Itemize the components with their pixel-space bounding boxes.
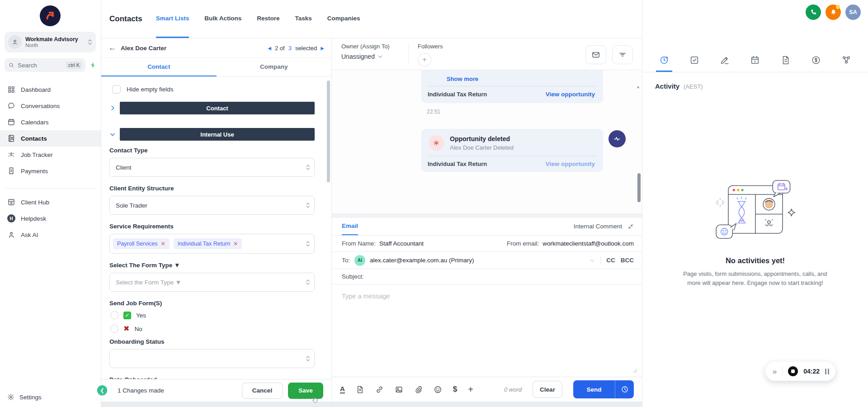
tab-tasks-panel[interactable]	[686, 50, 703, 72]
bcc-button[interactable]: BCC	[621, 257, 634, 264]
email-composer: Email Internal Comment From Name: Staff …	[332, 218, 642, 402]
tab-email[interactable]: Email	[342, 218, 358, 235]
section-header-contact[interactable]: Contact	[120, 102, 315, 114]
tab-company[interactable]: Company	[217, 58, 332, 76]
chip-payroll-services: Payroll Services ✕	[113, 238, 170, 249]
schedule-send-button[interactable]	[615, 380, 634, 398]
image-button[interactable]	[395, 385, 403, 394]
form-type-select[interactable]: Select the Form Type ▼	[109, 273, 315, 292]
remove-chip-icon[interactable]: ✕	[161, 241, 165, 247]
onboarding-status-select[interactable]	[109, 349, 315, 368]
notifications-button[interactable]	[826, 5, 841, 20]
sidebar-item-payments[interactable]: Payments	[0, 163, 101, 179]
activity-panel: SA	[642, 0, 868, 407]
sidebar-item-job-tracker[interactable]: Job Tracker	[0, 147, 101, 163]
email-mode-button[interactable]	[585, 45, 606, 64]
hide-empty-checkbox[interactable]	[112, 85, 121, 94]
followers-label: Followers	[418, 43, 443, 50]
tab-payments-panel[interactable]	[808, 50, 824, 72]
search-input[interactable]: Search ctrl K	[5, 58, 85, 72]
sidebar: Workmate Advisory North Search ctrl K Da…	[0, 0, 101, 407]
clear-button[interactable]: Clear	[533, 381, 562, 398]
show-more-link[interactable]: Show more	[421, 73, 603, 86]
tab-tasks[interactable]: Tasks	[295, 0, 312, 38]
tab-documents[interactable]	[778, 50, 794, 72]
word-count: 0 word	[504, 386, 522, 393]
to-value[interactable]: alex.cater@example.com.au (Primary)	[370, 257, 474, 264]
tab-restore[interactable]: Restore	[257, 0, 279, 38]
back-arrow-icon[interactable]: ←	[108, 43, 116, 52]
sidebar-divider	[5, 188, 96, 189]
hide-empty-label: Hide empty fields	[127, 86, 174, 93]
collapse-widget-icon[interactable]: »	[773, 368, 777, 375]
sidebar-item-contacts[interactable]: Contacts	[0, 130, 101, 147]
radio-yes[interactable]	[110, 311, 118, 319]
stop-recording-button[interactable]	[788, 366, 798, 376]
form-scrollbar[interactable]	[327, 80, 330, 182]
sidebar-item-conversations[interactable]: Conversations	[0, 98, 101, 114]
message-input[interactable]: Type a message	[332, 284, 642, 377]
phone-button[interactable]	[806, 5, 821, 20]
collapse-icon[interactable]	[627, 223, 634, 230]
agency-switcher[interactable]: Workmate Advisory North	[5, 32, 96, 52]
send-button[interactable]: Send	[573, 380, 615, 398]
tab-activity[interactable]	[656, 50, 672, 72]
tab-appointments[interactable]	[747, 50, 763, 72]
chevron-down-icon[interactable]	[590, 258, 595, 263]
tab-notes[interactable]	[717, 50, 733, 72]
logo-arrow-icon	[44, 10, 56, 22]
tab-contact[interactable]: Contact	[101, 58, 217, 76]
cc-button[interactable]: CC	[606, 257, 615, 264]
owner-select[interactable]: Unassigned	[341, 53, 399, 60]
filter-button[interactable]	[612, 45, 633, 64]
tab-internal-comment[interactable]: Internal Comment	[574, 223, 634, 230]
notification-dot	[836, 5, 840, 9]
view-opportunity-link[interactable]: View opportunity	[546, 91, 595, 98]
prev-contact-icon[interactable]: ◀	[268, 46, 271, 51]
share-nodes-icon	[841, 55, 851, 65]
lightning-icon[interactable]	[90, 61, 97, 69]
entity-structure-select[interactable]: Sole Trader	[109, 196, 315, 215]
sidebar-item-client-hub[interactable]: Client Hub	[0, 194, 101, 210]
resize-handle-icon[interactable]	[633, 369, 637, 373]
chevron-right-icon[interactable]	[109, 105, 116, 111]
save-button[interactable]: Save	[288, 383, 323, 399]
link-button[interactable]	[375, 385, 384, 394]
document-icon	[356, 385, 364, 394]
tab-companies[interactable]: Companies	[327, 0, 360, 38]
sidebar-item-helpdesk[interactable]: H Helpdesk	[0, 210, 101, 227]
payment-request-button[interactable]: $	[453, 385, 457, 394]
service-requirements-select[interactable]: Payroll Services ✕ Individual Tax Return…	[109, 234, 315, 254]
collapse-changes-icon[interactable]: ❮	[97, 385, 107, 395]
view-opportunity-link[interactable]: View opportunity	[546, 161, 595, 167]
tab-bulk-actions[interactable]: Bulk Actions	[204, 0, 241, 38]
emoji-button[interactable]	[434, 385, 442, 394]
remove-chip-icon[interactable]: ✕	[233, 241, 238, 247]
cancel-button[interactable]: Cancel	[242, 383, 283, 399]
subject-input[interactable]	[364, 269, 634, 284]
section-header-internal-use[interactable]: Internal Use	[120, 128, 315, 141]
hand-cursor-icon	[311, 394, 320, 404]
next-contact-icon[interactable]: ▶	[321, 46, 324, 51]
sidebar-item-settings[interactable]: Settings	[7, 393, 42, 401]
app-logo[interactable]	[40, 5, 61, 26]
sidebar-item-ask-ai[interactable]: Ask AI	[0, 227, 101, 243]
pause-recording-button[interactable]	[825, 369, 829, 374]
radio-no[interactable]	[110, 325, 118, 333]
add-follower-button[interactable]: +	[418, 53, 431, 66]
scroll-up-icon[interactable]: ▲	[636, 85, 640, 89]
template-button[interactable]	[356, 385, 364, 394]
chevron-down-icon[interactable]	[109, 131, 116, 137]
contact-type-select[interactable]: Client	[109, 158, 315, 177]
sidebar-item-dashboard[interactable]: Dashboard	[0, 81, 101, 98]
attachment-button[interactable]	[414, 385, 423, 394]
more-tools-button[interactable]: +	[468, 384, 473, 395]
text-format-button[interactable]: A	[340, 385, 345, 393]
user-avatar[interactable]: SA	[845, 5, 861, 20]
recording-timer: 04:22	[803, 368, 820, 375]
feed-scrollbar[interactable]	[637, 173, 641, 202]
sidebar-item-calendars[interactable]: Calendars	[0, 114, 101, 130]
tab-associations[interactable]	[838, 50, 854, 72]
contact-pager: ◀ 2 of 3 selected ▶	[268, 45, 324, 52]
tab-smart-lists[interactable]: Smart Lists	[156, 0, 189, 38]
